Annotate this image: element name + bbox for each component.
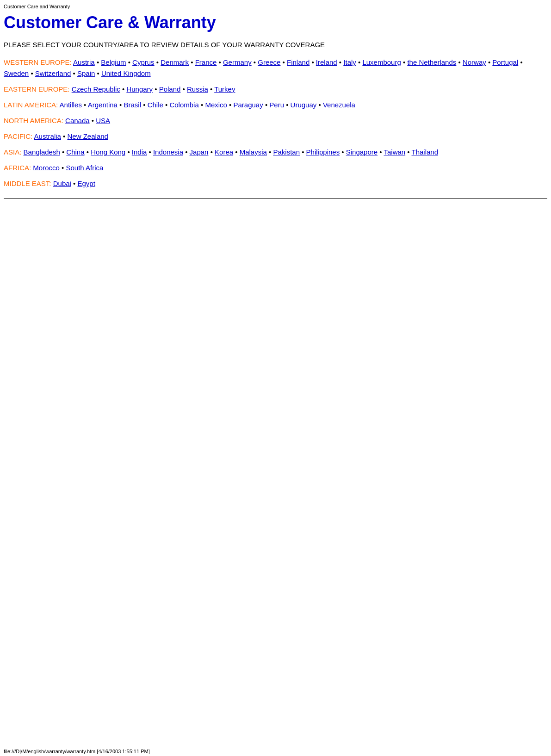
country-link-united-kingdom[interactable]: United Kingdom (101, 69, 151, 77)
country-link-belgium[interactable]: Belgium (101, 58, 126, 66)
bullet-separator: • (280, 58, 287, 66)
country-link-denmark[interactable]: Denmark (161, 58, 189, 66)
region-label-latin-america: LATIN AMERICA: (4, 101, 60, 109)
country-link-new-zealand[interactable]: New Zealand (68, 132, 108, 140)
country-link-turkey[interactable]: Turkey (214, 85, 235, 93)
country-link-china[interactable]: China (66, 148, 84, 156)
bullet-separator: • (378, 148, 384, 156)
country-link-uruguay[interactable]: Uruguay (291, 101, 317, 109)
country-link-argentina[interactable]: Argentina (88, 101, 118, 109)
bullet-separator: • (183, 148, 190, 156)
country-link-spain[interactable]: Spain (77, 69, 95, 77)
bullet-separator: • (310, 58, 316, 66)
bullet-separator: • (316, 101, 323, 109)
country-link-chile[interactable]: Chile (148, 101, 163, 109)
bullet-separator: • (71, 69, 77, 77)
bullet-separator: • (208, 148, 215, 156)
country-link-hong-kong[interactable]: Hong Kong (91, 148, 125, 156)
country-link-morocco[interactable]: Morocco (33, 164, 60, 172)
region-label-asia: ASIA: (4, 148, 24, 156)
region-latin-america: LATIN AMERICA: Antilles • Argentina • Br… (4, 99, 547, 111)
region-eastern-europe: EASTERN EUROPE: Czech Republic • Hungary… (4, 84, 547, 95)
country-link-egypt[interactable]: Egypt (78, 180, 95, 187)
country-link-luxembourg[interactable]: Luxembourg (362, 58, 401, 66)
bullet-separator: • (300, 148, 306, 156)
bullet-separator: • (227, 101, 234, 109)
country-link-russia[interactable]: Russia (187, 85, 208, 93)
country-link-hungary[interactable]: Hungary (126, 85, 153, 93)
country-link-indonesia[interactable]: Indonesia (153, 148, 183, 156)
country-link-sweden[interactable]: Sweden (4, 69, 29, 77)
bullet-separator: • (71, 180, 78, 187)
bullet-separator: • (82, 101, 88, 109)
bullet-separator: • (340, 148, 346, 156)
region-label-eastern-europe: EASTERN EUROPE: (4, 85, 72, 93)
country-link-singapore[interactable]: Singapore (346, 148, 378, 156)
region-label-africa: AFRICA: (4, 164, 33, 172)
bullet-separator: • (217, 58, 223, 66)
region-western-europe: WESTERN EUROPE: Austria • Belgium • Cypr… (4, 57, 547, 79)
region-middle-east: MIDDLE EAST: Dubai • Egypt (4, 178, 547, 189)
bullet-separator: • (60, 164, 66, 172)
bullet-separator: • (486, 58, 493, 66)
country-link-portugal[interactable]: Portugal (492, 58, 518, 66)
bullet-separator: • (233, 148, 240, 156)
country-link-finland[interactable]: Finland (287, 58, 310, 66)
intro-text: PLEASE SELECT YOUR COUNTRY/AREA TO REVIE… (4, 40, 547, 50)
country-link-peru[interactable]: Peru (269, 101, 284, 109)
divider (4, 198, 547, 199)
country-link-norway[interactable]: Norway (463, 58, 486, 66)
region-label-middle-east: MIDDLE EAST: (4, 180, 53, 187)
country-link-paraguay[interactable]: Paraguay (234, 101, 263, 109)
country-link-japan[interactable]: Japan (190, 148, 209, 156)
country-link-south-africa[interactable]: South Africa (66, 164, 103, 172)
bullet-separator: • (337, 58, 344, 66)
country-link-thailand[interactable]: Thailand (412, 148, 439, 156)
country-link-usa[interactable]: USA (96, 117, 110, 124)
bullet-separator: • (29, 69, 35, 77)
bullet-separator: • (199, 101, 205, 109)
country-link-poland[interactable]: Poland (159, 85, 181, 93)
bullet-separator: • (125, 148, 132, 156)
country-link-dubai[interactable]: Dubai (53, 180, 71, 187)
country-link-czech-republic[interactable]: Czech Republic (72, 85, 120, 93)
country-link-australia[interactable]: Australia (34, 132, 61, 140)
country-link-austria[interactable]: Austria (73, 58, 95, 66)
country-link-taiwan[interactable]: Taiwan (384, 148, 405, 156)
country-link-venezuela[interactable]: Venezuela (323, 101, 355, 109)
page-title: Customer Care & Warranty (4, 13, 547, 32)
country-link-greece[interactable]: Greece (258, 58, 280, 66)
country-link-bangladesh[interactable]: Bangladesh (24, 148, 60, 156)
country-link-philippines[interactable]: Philippines (306, 148, 340, 156)
country-link-italy[interactable]: Italy (343, 58, 356, 66)
country-link-ireland[interactable]: Ireland (316, 58, 337, 66)
browser-title: Customer Care and Warranty (4, 4, 70, 9)
country-link-pakistan[interactable]: Pakistan (273, 148, 300, 156)
bullet-separator: • (85, 148, 91, 156)
region-label-western-europe: WESTERN EUROPE: (4, 58, 73, 66)
country-link-canada[interactable]: Canada (65, 117, 90, 124)
bullet-separator: • (147, 148, 153, 156)
country-link-malaysia[interactable]: Malaysia (240, 148, 267, 156)
bullet-separator: • (189, 58, 195, 66)
country-link-korea[interactable]: Korea (215, 148, 233, 156)
bullet-separator: • (120, 85, 127, 93)
bullet-separator: • (180, 85, 187, 93)
bullet-separator: • (155, 58, 161, 66)
country-link-germany[interactable]: Germany (223, 58, 252, 66)
country-link-mexico[interactable]: Mexico (205, 101, 227, 109)
bullet-separator: • (401, 58, 408, 66)
country-link-cyprus[interactable]: Cyprus (132, 58, 155, 66)
region-label-north-america: NORTH AMERICA: (4, 117, 65, 124)
country-link-colombia[interactable]: Colombia (169, 101, 198, 109)
bullet-separator: • (405, 148, 411, 156)
country-link-india[interactable]: India (132, 148, 147, 156)
country-link-switzerland[interactable]: Switzerland (35, 69, 71, 77)
bullet-separator: • (263, 101, 270, 109)
country-link-brasil[interactable]: Brasil (124, 101, 142, 109)
country-link-antilles[interactable]: Antilles (60, 101, 82, 109)
bullet-separator: • (208, 85, 214, 93)
country-link-france[interactable]: France (195, 58, 217, 66)
country-link-the-netherlands[interactable]: the Netherlands (407, 58, 456, 66)
bullet-separator: • (95, 69, 101, 77)
